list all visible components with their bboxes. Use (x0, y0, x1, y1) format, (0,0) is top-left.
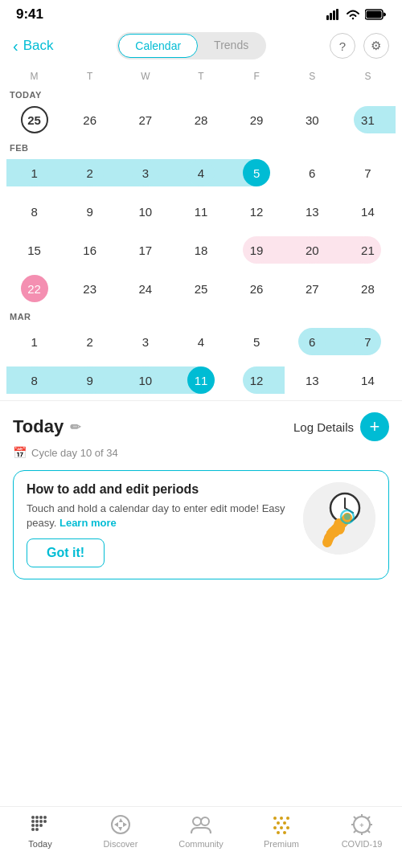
cal-day-feb19[interactable]: 19 (229, 231, 285, 268)
cal-day-mar1[interactable]: 1 (6, 323, 62, 360)
cal-week-mar8: 8 9 10 11 12 13 14 (6, 362, 396, 399)
nav-item-premium[interactable]: Premium (257, 813, 306, 849)
cal-day-feb9[interactable]: 9 (62, 193, 117, 230)
cal-day-mar4[interactable]: 4 (173, 323, 228, 360)
cal-day-feb12[interactable]: 12 (229, 193, 285, 230)
log-plus-icon[interactable]: + (360, 412, 389, 441)
cal-day-feb13[interactable]: 13 (285, 193, 340, 230)
cal-day-feb26[interactable]: 26 (229, 270, 285, 307)
cal-day-feb24[interactable]: 24 (117, 270, 173, 307)
edit-icon[interactable]: ✏ (70, 420, 80, 435)
cal-day-mar12[interactable]: 12 (229, 362, 285, 399)
svg-point-26 (31, 828, 35, 831)
cal-day-feb1[interactable]: 1 (6, 154, 62, 191)
svg-rect-2 (333, 10, 335, 20)
cal-day-feb7[interactable]: 7 (340, 154, 396, 191)
cal-day-mar6[interactable]: 6 (285, 323, 340, 360)
cal-day-29[interactable]: 29 (229, 101, 285, 138)
learn-more-link[interactable]: Learn more (59, 517, 117, 529)
discover-nav-icon (109, 813, 132, 836)
svg-point-39 (283, 821, 286, 825)
cal-day-feb23[interactable]: 23 (62, 270, 117, 307)
day-header-s1: S (285, 71, 340, 82)
info-illustration (303, 482, 375, 555)
cal-day-feb20[interactable]: 20 (285, 231, 340, 268)
svg-point-24 (35, 824, 39, 827)
info-card: How to add and edit periods Touch and ho… (13, 470, 389, 579)
svg-point-27 (35, 828, 39, 831)
svg-point-21 (39, 820, 43, 823)
day-header-t2: T (173, 71, 228, 82)
svg-line-52 (368, 817, 370, 819)
cal-day-feb10[interactable]: 10 (117, 193, 173, 230)
cal-day-30[interactable]: 30 (285, 101, 340, 138)
cal-day-mar9[interactable]: 9 (62, 362, 117, 399)
cal-day-feb27[interactable]: 27 (285, 270, 340, 307)
tab-trends[interactable]: Trends (198, 34, 265, 58)
got-it-button[interactable]: Got it! (27, 538, 105, 567)
cal-day-feb6[interactable]: 6 (285, 154, 340, 191)
cal-day-feb17[interactable]: 17 (117, 231, 173, 268)
day-header-w: W (117, 71, 173, 82)
hand-clock-illustration (303, 482, 375, 555)
tab-switcher: Calendar Trends (117, 32, 266, 59)
cal-day-mar7[interactable]: 7 (340, 323, 396, 360)
cal-day-mar2[interactable]: 2 (62, 323, 117, 360)
log-details-button[interactable]: Log Details + (293, 412, 389, 441)
cal-day-feb18[interactable]: 18 (173, 231, 228, 268)
cal-day-31[interactable]: 31 (340, 101, 396, 138)
cal-day-27[interactable]: 27 (117, 101, 173, 138)
cal-day-feb25[interactable]: 25 (173, 270, 228, 307)
today-section: Today ✏ Log Details + 📅 Cycle day 10 of … (0, 401, 402, 467)
wifi-icon (346, 9, 360, 20)
nav-item-covid[interactable]: + COVID-19 (338, 813, 386, 849)
cal-day-26[interactable]: 26 (62, 101, 117, 138)
month-label-today: TODAY (6, 87, 396, 101)
svg-rect-3 (336, 9, 338, 20)
svg-rect-1 (330, 13, 332, 20)
cal-week-feb8: 8 9 10 11 12 13 14 (6, 193, 396, 230)
svg-point-37 (286, 817, 289, 820)
svg-point-44 (283, 831, 286, 834)
cal-day-feb11[interactable]: 11 (173, 193, 228, 230)
cal-day-mar3[interactable]: 3 (117, 323, 173, 360)
day-header-t1: T (62, 71, 117, 82)
nav-label-covid: COVID-19 (342, 839, 383, 849)
cal-day-feb3[interactable]: 3 (117, 154, 173, 191)
nav-item-community[interactable]: Community (177, 813, 225, 849)
tab-calendar[interactable]: Calendar (118, 34, 198, 58)
help-button[interactable]: ? (330, 33, 355, 59)
svg-point-33 (193, 817, 201, 825)
cal-day-mar10[interactable]: 10 (117, 362, 173, 399)
nav-label-today: Today (28, 839, 51, 849)
svg-point-17 (39, 816, 43, 819)
cal-day-feb15[interactable]: 15 (6, 231, 62, 268)
cal-day-feb2[interactable]: 2 (62, 154, 117, 191)
cal-day-feb4[interactable]: 4 (173, 154, 228, 191)
cal-day-mar5[interactable]: 5 (229, 323, 285, 360)
svg-point-36 (280, 817, 283, 820)
svg-point-22 (43, 820, 47, 823)
cal-day-mar13[interactable]: 13 (285, 362, 340, 399)
cal-day-mar8[interactable]: 8 (6, 362, 62, 399)
svg-marker-30 (118, 827, 122, 831)
cal-day-25[interactable]: 25 (6, 101, 62, 138)
cal-day-feb8[interactable]: 8 (6, 193, 62, 230)
nav-item-today[interactable]: Today (16, 813, 64, 849)
back-button[interactable]: ‹ Back (13, 37, 53, 55)
nav-item-discover[interactable]: Discover (96, 813, 145, 849)
cal-day-feb22[interactable]: 22 (6, 270, 62, 307)
cal-body: TODAY 25 26 27 28 29 30 31 FEB 1 2 (0, 87, 402, 399)
cal-day-mar11[interactable]: 11 (173, 362, 228, 399)
cal-day-feb21[interactable]: 21 (340, 231, 396, 268)
svg-point-34 (201, 817, 209, 825)
cal-day-28[interactable]: 28 (173, 101, 228, 138)
cal-day-feb5[interactable]: 5 (229, 154, 285, 191)
cal-day-feb14[interactable]: 14 (340, 193, 396, 230)
svg-point-41 (280, 826, 283, 829)
settings-button[interactable]: ⚙ (363, 33, 389, 59)
cal-day-feb28[interactable]: 28 (340, 270, 396, 307)
day-header-s2: S (340, 71, 396, 82)
cal-day-feb16[interactable]: 16 (62, 231, 117, 268)
cal-day-mar14[interactable]: 14 (340, 362, 396, 399)
